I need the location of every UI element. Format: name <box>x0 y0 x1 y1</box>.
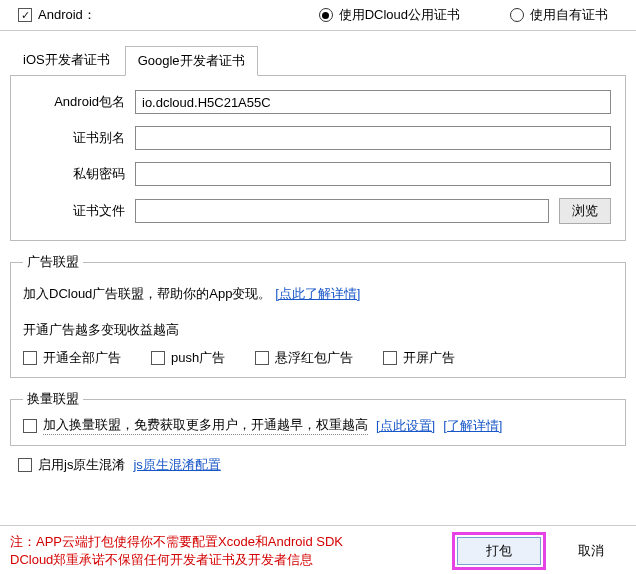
cert-tabs: iOS开发者证书 Google开发者证书 <box>0 31 636 75</box>
ads-details-link[interactable]: [点此了解详情] <box>275 286 360 301</box>
row-cert-file: 证书文件 浏览 <box>25 198 611 224</box>
group-exchange: 换量联盟 加入换量联盟，免费获取更多用户，开通越早，权重越高 [点此设置] [了… <box>10 390 626 446</box>
group-exchange-title: 换量联盟 <box>23 390 83 408</box>
input-cert-alias[interactable] <box>135 126 611 150</box>
cancel-button[interactable]: 取消 <box>556 537 626 565</box>
tab-ios[interactable]: iOS开发者证书 <box>10 45 123 75</box>
radio-icon <box>510 8 524 22</box>
input-cert-file[interactable] <box>135 199 549 223</box>
row-package-name: Android包名 <box>25 90 611 114</box>
radio-own-cert[interactable]: 使用自有证书 <box>510 6 608 24</box>
radio-public-label: 使用DCloud公用证书 <box>339 6 460 24</box>
label-private-key-pwd: 私钥密码 <box>25 165 125 183</box>
platform-cert-row: Android： 使用DCloud公用证书 使用自有证书 <box>0 0 636 31</box>
footer-note-l1: 注：APP云端打包使得你不需要配置Xcode和Android SDK <box>10 533 442 551</box>
chk-splash-ads[interactable]: 开屏广告 <box>383 349 455 367</box>
exchange-detail-link[interactable]: [了解详情] <box>443 417 502 435</box>
exchange-row: 加入换量联盟，免费获取更多用户，开通越早，权重越高 [点此设置] [了解详情] <box>23 416 613 435</box>
ads-subline: 开通广告越多变现收益越高 <box>23 321 613 339</box>
chk-exchange[interactable]: 加入换量联盟，免费获取更多用户，开通越早，权重越高 <box>23 416 368 435</box>
tab-google[interactable]: Google开发者证书 <box>125 46 258 76</box>
ads-intro-text: 加入DCloud广告联盟，帮助你的App变现。 <box>23 286 272 301</box>
chk-all-ads-label: 开通全部广告 <box>43 349 121 367</box>
row-native-obf: 启用js原生混淆 js原生混淆配置 <box>0 446 636 484</box>
checkbox-icon <box>23 351 37 365</box>
group-ads: 广告联盟 加入DCloud广告联盟，帮助你的App变现。 [点此了解详情] 开通… <box>10 253 626 378</box>
build-highlight: 打包 <box>452 532 546 570</box>
checkbox-icon <box>383 351 397 365</box>
checkbox-icon <box>18 458 32 472</box>
chk-float-ads-label: 悬浮红包广告 <box>275 349 353 367</box>
checkbox-icon <box>23 419 37 433</box>
ads-intro-line: 加入DCloud广告联盟，帮助你的App变现。 [点此了解详情] <box>23 285 613 303</box>
chk-native-obf[interactable]: 启用js原生混淆 <box>18 456 125 474</box>
native-obf-config-link[interactable]: js原生混淆配置 <box>133 456 220 474</box>
label-cert-file: 证书文件 <box>25 202 125 220</box>
chk-float-ads[interactable]: 悬浮红包广告 <box>255 349 353 367</box>
checkbox-icon <box>151 351 165 365</box>
input-package-name[interactable] <box>135 90 611 114</box>
exchange-text: 加入换量联盟，免费获取更多用户，开通越早，权重越高 <box>43 416 368 435</box>
footer-note: 注：APP云端打包使得你不需要配置Xcode和Android SDK DClou… <box>10 533 442 568</box>
browse-button[interactable]: 浏览 <box>559 198 611 224</box>
label-package-name: Android包名 <box>25 93 125 111</box>
checkbox-icon <box>18 8 32 22</box>
ads-options-row: 开通全部广告 push广告 悬浮红包广告 开屏广告 <box>23 349 613 367</box>
footer-note-l2: DCloud郑重承诺不保留任何开发者证书及开发者信息 <box>10 551 442 569</box>
exchange-set-link[interactable]: [点此设置] <box>376 417 435 435</box>
input-private-key-pwd[interactable] <box>135 162 611 186</box>
radio-own-label: 使用自有证书 <box>530 6 608 24</box>
chk-push-ads[interactable]: push广告 <box>151 349 225 367</box>
android-checkbox[interactable]: Android： <box>18 6 96 24</box>
google-cert-pane: Android包名 证书别名 私钥密码 证书文件 浏览 <box>10 75 626 241</box>
chk-push-ads-label: push广告 <box>171 349 225 367</box>
checkbox-icon <box>255 351 269 365</box>
label-cert-alias: 证书别名 <box>25 129 125 147</box>
group-ads-title: 广告联盟 <box>23 253 83 271</box>
android-label: Android： <box>38 6 96 24</box>
footer-bar: 注：APP云端打包使得你不需要配置Xcode和Android SDK DClou… <box>0 525 636 574</box>
chk-splash-ads-label: 开屏广告 <box>403 349 455 367</box>
row-private-key-pwd: 私钥密码 <box>25 162 611 186</box>
row-cert-alias: 证书别名 <box>25 126 611 150</box>
radio-icon <box>319 8 333 22</box>
chk-native-obf-label: 启用js原生混淆 <box>38 456 125 474</box>
chk-all-ads[interactable]: 开通全部广告 <box>23 349 121 367</box>
radio-public-cert[interactable]: 使用DCloud公用证书 <box>319 6 460 24</box>
build-button[interactable]: 打包 <box>457 537 541 565</box>
